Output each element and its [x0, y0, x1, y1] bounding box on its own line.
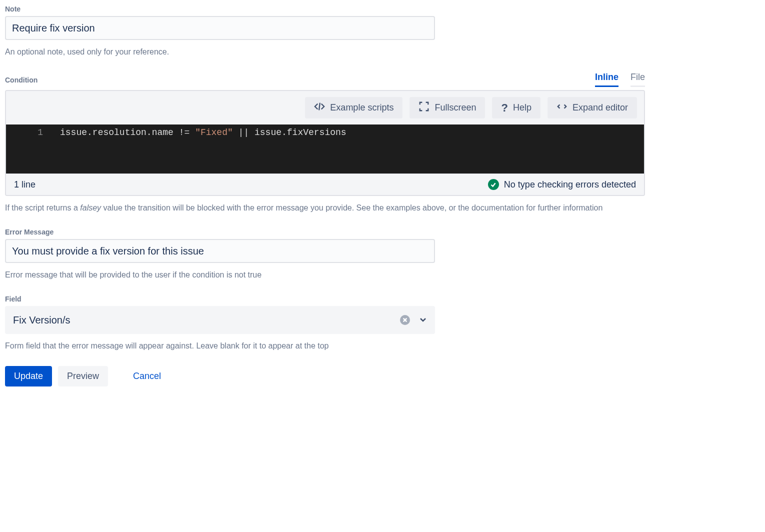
line-number: 1	[6, 124, 51, 174]
help-button[interactable]: ? Help	[492, 97, 540, 118]
code-editor[interactable]: 1 issue.resolution.name != "Fixed" || is…	[6, 124, 644, 174]
example-scripts-button[interactable]: Example scripts	[305, 97, 402, 118]
clear-icon[interactable]	[400, 315, 410, 325]
editor-toolbar: Example scripts Fullscreen ? Help Ex	[6, 91, 644, 124]
fullscreen-icon	[418, 101, 430, 114]
code-icon	[314, 101, 325, 114]
status-message: No type checking errors detected	[504, 180, 636, 190]
question-icon: ?	[501, 102, 508, 114]
expand-editor-button[interactable]: Expand editor	[548, 97, 637, 118]
note-input[interactable]: Require fix version	[5, 16, 435, 40]
error-message-help: Error message that will be provided to t…	[5, 269, 650, 281]
expand-icon	[556, 101, 568, 114]
preview-button[interactable]: Preview	[58, 366, 108, 386]
editor-tabs: Inline File	[595, 72, 645, 87]
field-select[interactable]: Fix Version/s	[5, 306, 435, 334]
condition-help: If the script returns a falsey value the…	[5, 202, 650, 214]
field-help: Form field that the error message will a…	[5, 340, 650, 352]
note-help: An optional note, used only for your ref…	[5, 46, 650, 58]
field-select-value: Fix Version/s	[13, 314, 70, 326]
error-message-label: Error Message	[5, 228, 650, 236]
chevron-down-icon	[419, 314, 427, 326]
editor-status-bar: 1 line No type checking errors detected	[6, 174, 644, 195]
expand-editor-label: Expand editor	[572, 102, 628, 113]
note-label: Note	[5, 5, 650, 13]
condition-editor: Example scripts Fullscreen ? Help Ex	[5, 90, 645, 196]
code-line: issue.resolution.name != "Fixed" || issu…	[51, 124, 346, 174]
error-message-input[interactable]: You must provide a fix version for this …	[5, 239, 435, 263]
field-label: Field	[5, 295, 650, 303]
line-count: 1 line	[14, 180, 36, 190]
example-scripts-label: Example scripts	[330, 102, 394, 113]
svg-line-0	[319, 103, 320, 110]
fullscreen-label: Fullscreen	[434, 102, 476, 113]
fullscreen-button[interactable]: Fullscreen	[410, 97, 485, 118]
condition-label: Condition	[5, 76, 38, 84]
check-circle-icon	[488, 179, 499, 190]
cancel-button[interactable]: Cancel	[124, 366, 170, 386]
footer-actions: Update Preview Cancel	[5, 366, 650, 386]
help-label: Help	[513, 102, 532, 113]
update-button[interactable]: Update	[5, 366, 52, 386]
tab-inline[interactable]: Inline	[595, 72, 618, 87]
tab-file[interactable]: File	[630, 72, 645, 87]
